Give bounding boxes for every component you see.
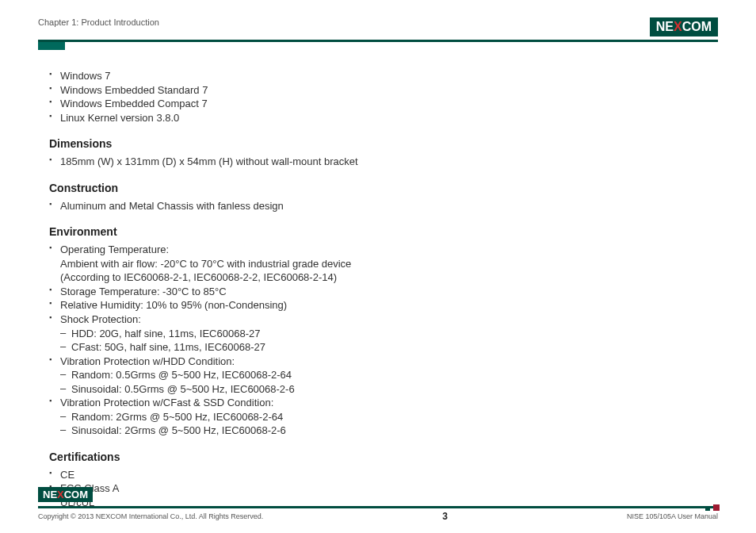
list-item: Vibration Protection w/CFast & SSD Condi… — [49, 396, 718, 438]
dimensions-list: 185mm (W) x 131mm (D) x 54mm (H) without… — [49, 155, 718, 169]
section-heading-construction: Construction — [49, 180, 718, 197]
section-heading-certifications: Certifications — [49, 449, 718, 466]
construction-list: Aluminum and Metal Chassis with fanless … — [49, 199, 718, 213]
chapter-label: Chapter 1: Product Introduction — [38, 17, 159, 30]
sub-item: CFast: 50G, half sine, 11ms, IEC60068-27 — [60, 340, 718, 355]
logo-top: NEXCOM — [650, 17, 718, 36]
list-item: CE — [49, 468, 718, 482]
sub-item: Sinusoidal: 2Grms @ 5~500 Hz, IEC60068-2… — [60, 424, 718, 438]
list-item: Shock Protection: HDD: 20G, half sine, 1… — [49, 313, 718, 355]
footer-row: Copyright © 2013 NEXCOM International Co… — [38, 511, 718, 522]
list-item: Windows 7 — [49, 69, 718, 83]
footer: NEXCOM Copyright © 2013 NEXCOM Internati… — [38, 506, 718, 522]
doc-title: NISE 105/105A User Manual — [627, 512, 718, 520]
sub-list: HDD: 20G, half sine, 11ms, IEC60068-27 C… — [60, 327, 718, 355]
list-item: Windows Embedded Compact 7 — [49, 97, 718, 111]
copyright-text: Copyright © 2013 NEXCOM International Co… — [38, 512, 263, 520]
list-item: Operating Temperature: Ambient with air … — [49, 243, 718, 285]
sub-item: Random: 0.5Grms @ 5~500 Hz, IEC60068-2-6… — [60, 368, 718, 382]
section-heading-dimensions: Dimensions — [49, 136, 718, 152]
section-heading-environment: Environment — [49, 224, 718, 240]
sub-list: Random: 2Grms @ 5~500 Hz, IEC60068-2-64 … — [60, 410, 718, 438]
text-line: Vibration Protection w/CFast & SSD Condi… — [60, 397, 273, 408]
sub-item: Random: 2Grms @ 5~500 Hz, IEC60068-2-64 — [60, 410, 718, 424]
list-item: Vibration Protection w/HDD Condition: Ra… — [49, 355, 718, 397]
page-number: 3 — [442, 511, 448, 522]
list-item: Windows Embedded Standard 7 — [49, 83, 718, 98]
main-content: Windows 7 Windows Embedded Standard 7 Wi… — [38, 69, 718, 510]
header-bar: Chapter 1: Product Introduction NEXCOM — [38, 17, 718, 42]
list-item: FCC Class A — [49, 481, 718, 496]
list-item: Linux Kernel version 3.8.0 — [49, 111, 718, 125]
os-support-list: Windows 7 Windows Embedded Standard 7 Wi… — [49, 69, 718, 125]
text-line: Shock Protection: — [60, 313, 141, 325]
certifications-list: CE FCC Class A UL/cUL — [49, 468, 718, 510]
text-line: Operating Temperature: — [60, 243, 169, 255]
list-item: 185mm (W) x 131mm (D) x 54mm (H) without… — [49, 155, 718, 169]
sub-item: Sinusoidal: 0.5Grms @ 5~500 Hz, IEC60068… — [60, 382, 718, 397]
sub-list: Random: 0.5Grms @ 5~500 Hz, IEC60068-2-6… — [60, 368, 718, 396]
list-item: Storage Temperature: -30°C to 85°C — [49, 285, 718, 299]
nexcom-logo-icon: NEXCOM — [38, 487, 93, 502]
logo-bottom: NEXCOM — [38, 487, 93, 502]
list-item: Relative Humidity: 10% to 95% (non-Conde… — [49, 298, 718, 313]
footer-rule — [38, 506, 718, 508]
sub-item: HDD: 20G, half sine, 11ms, IEC60068-27 — [60, 327, 718, 341]
text-line: (According to IEC60068-2-1, IEC60068-2-2… — [60, 271, 337, 283]
environment-list: Operating Temperature: Ambient with air … — [49, 243, 718, 438]
nexcom-logo-icon: NEXCOM — [650, 17, 718, 36]
text-line: Vibration Protection w/HDD Condition: — [60, 355, 235, 367]
text-line: Ambient with air flow: -20°C to 70°C wit… — [60, 258, 351, 270]
list-item: Aluminum and Metal Chassis with fanless … — [49, 199, 718, 213]
accent-tab — [38, 42, 65, 50]
